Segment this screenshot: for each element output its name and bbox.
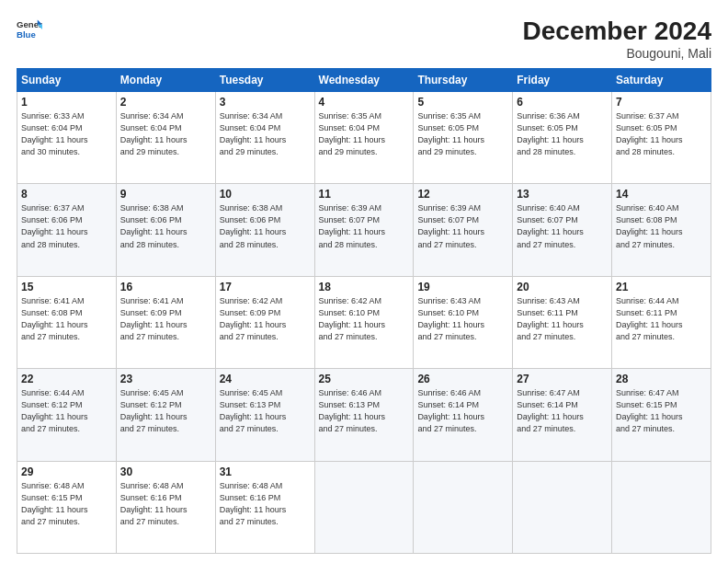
day-info: Sunrise: 6:35 AM Sunset: 6:04 PM Dayligh… — [319, 110, 410, 158]
day-info: Sunrise: 6:43 AM Sunset: 6:10 PM Dayligh… — [417, 295, 508, 343]
calendar-cell: 3Sunrise: 6:34 AM Sunset: 6:04 PM Daylig… — [215, 92, 314, 184]
day-info: Sunrise: 6:48 AM Sunset: 6:15 PM Dayligh… — [21, 480, 112, 528]
calendar-week-row: 22Sunrise: 6:44 AM Sunset: 6:12 PM Dayli… — [17, 369, 711, 461]
day-info: Sunrise: 6:34 AM Sunset: 6:04 PM Dayligh… — [220, 110, 311, 158]
day-number: 24 — [220, 373, 311, 385]
calendar-cell: 2Sunrise: 6:34 AM Sunset: 6:04 PM Daylig… — [116, 92, 215, 184]
calendar-week-row: 15Sunrise: 6:41 AM Sunset: 6:08 PM Dayli… — [17, 276, 711, 368]
calendar-cell — [612, 461, 711, 553]
day-info: Sunrise: 6:45 AM Sunset: 6:13 PM Dayligh… — [220, 387, 311, 435]
day-number: 2 — [120, 96, 211, 109]
day-info: Sunrise: 6:41 AM Sunset: 6:09 PM Dayligh… — [120, 295, 211, 343]
calendar-week-row: 8Sunrise: 6:37 AM Sunset: 6:06 PM Daylig… — [17, 184, 711, 276]
logo-icon: General Blue — [17, 17, 42, 42]
calendar-week-row: 1Sunrise: 6:33 AM Sunset: 6:04 PM Daylig… — [17, 92, 711, 184]
calendar-cell: 14Sunrise: 6:40 AM Sunset: 6:08 PM Dayli… — [612, 184, 711, 276]
day-number: 9 — [120, 188, 211, 201]
calendar-cell: 9Sunrise: 6:38 AM Sunset: 6:06 PM Daylig… — [116, 184, 215, 276]
day-number: 21 — [616, 281, 707, 293]
calendar-cell: 4Sunrise: 6:35 AM Sunset: 6:04 PM Daylig… — [314, 92, 414, 184]
day-info: Sunrise: 6:37 AM Sunset: 6:06 PM Dayligh… — [21, 202, 112, 250]
calendar-cell: 24Sunrise: 6:45 AM Sunset: 6:13 PM Dayli… — [215, 369, 314, 461]
day-number: 14 — [616, 188, 707, 201]
weekday-header-saturday: Saturday — [612, 69, 711, 92]
day-number: 7 — [616, 96, 707, 109]
day-number: 3 — [220, 96, 311, 109]
day-number: 12 — [417, 188, 508, 201]
day-number: 20 — [517, 281, 608, 293]
calendar-cell: 22Sunrise: 6:44 AM Sunset: 6:12 PM Dayli… — [17, 369, 117, 461]
day-info: Sunrise: 6:46 AM Sunset: 6:13 PM Dayligh… — [319, 387, 410, 435]
weekday-header-thursday: Thursday — [414, 69, 513, 92]
day-info: Sunrise: 6:38 AM Sunset: 6:06 PM Dayligh… — [120, 202, 211, 250]
day-info: Sunrise: 6:40 AM Sunset: 6:08 PM Dayligh… — [616, 202, 707, 250]
calendar-cell: 19Sunrise: 6:43 AM Sunset: 6:10 PM Dayli… — [414, 276, 513, 368]
weekday-header-row: SundayMondayTuesdayWednesdayThursdayFrid… — [17, 69, 711, 92]
day-number: 25 — [319, 373, 410, 385]
calendar-cell: 25Sunrise: 6:46 AM Sunset: 6:13 PM Dayli… — [314, 369, 414, 461]
calendar-cell: 28Sunrise: 6:47 AM Sunset: 6:15 PM Dayli… — [612, 369, 711, 461]
day-number: 6 — [517, 96, 608, 109]
day-info: Sunrise: 6:43 AM Sunset: 6:11 PM Dayligh… — [517, 295, 608, 343]
location: Bougouni, Mali — [523, 46, 711, 61]
page: General Blue December 2024 Bougouni, Mal… — [0, 0, 728, 563]
calendar-cell: 15Sunrise: 6:41 AM Sunset: 6:08 PM Dayli… — [17, 276, 117, 368]
day-number: 30 — [120, 465, 211, 478]
day-number: 1 — [21, 96, 112, 109]
day-info: Sunrise: 6:39 AM Sunset: 6:07 PM Dayligh… — [319, 202, 410, 250]
calendar-week-row: 29Sunrise: 6:48 AM Sunset: 6:15 PM Dayli… — [17, 461, 711, 553]
day-info: Sunrise: 6:48 AM Sunset: 6:16 PM Dayligh… — [220, 480, 311, 528]
calendar-cell: 18Sunrise: 6:42 AM Sunset: 6:10 PM Dayli… — [314, 276, 414, 368]
day-number: 11 — [319, 188, 410, 201]
weekday-header-monday: Monday — [116, 69, 215, 92]
day-number: 28 — [616, 373, 707, 385]
day-info: Sunrise: 6:47 AM Sunset: 6:15 PM Dayligh… — [616, 387, 707, 435]
calendar-cell — [314, 461, 414, 553]
day-number: 22 — [21, 373, 112, 385]
weekday-header-sunday: Sunday — [17, 69, 117, 92]
logo: General Blue — [17, 17, 42, 42]
header: General Blue December 2024 Bougouni, Mal… — [17, 17, 711, 61]
day-number: 26 — [417, 373, 508, 385]
day-info: Sunrise: 6:38 AM Sunset: 6:06 PM Dayligh… — [220, 202, 311, 250]
day-info: Sunrise: 6:36 AM Sunset: 6:05 PM Dayligh… — [517, 110, 608, 158]
calendar-cell: 26Sunrise: 6:46 AM Sunset: 6:14 PM Dayli… — [414, 369, 513, 461]
day-info: Sunrise: 6:48 AM Sunset: 6:16 PM Dayligh… — [120, 480, 211, 528]
day-number: 16 — [120, 281, 211, 293]
calendar-cell: 13Sunrise: 6:40 AM Sunset: 6:07 PM Dayli… — [513, 184, 612, 276]
day-info: Sunrise: 6:34 AM Sunset: 6:04 PM Dayligh… — [120, 110, 211, 158]
calendar-cell: 12Sunrise: 6:39 AM Sunset: 6:07 PM Dayli… — [414, 184, 513, 276]
weekday-header-tuesday: Tuesday — [215, 69, 314, 92]
day-number: 5 — [417, 96, 508, 109]
day-number: 29 — [21, 465, 112, 478]
calendar-cell: 29Sunrise: 6:48 AM Sunset: 6:15 PM Dayli… — [17, 461, 117, 553]
day-info: Sunrise: 6:40 AM Sunset: 6:07 PM Dayligh… — [517, 202, 608, 250]
day-info: Sunrise: 6:39 AM Sunset: 6:07 PM Dayligh… — [417, 202, 508, 250]
month-title: December 2024 — [523, 17, 711, 46]
calendar-cell: 21Sunrise: 6:44 AM Sunset: 6:11 PM Dayli… — [612, 276, 711, 368]
calendar-cell: 17Sunrise: 6:42 AM Sunset: 6:09 PM Dayli… — [215, 276, 314, 368]
day-number: 17 — [220, 281, 311, 293]
calendar-cell: 27Sunrise: 6:47 AM Sunset: 6:14 PM Dayli… — [513, 369, 612, 461]
day-info: Sunrise: 6:44 AM Sunset: 6:12 PM Dayligh… — [21, 387, 112, 435]
calendar-cell: 23Sunrise: 6:45 AM Sunset: 6:12 PM Dayli… — [116, 369, 215, 461]
day-number: 13 — [517, 188, 608, 201]
weekday-header-wednesday: Wednesday — [314, 69, 414, 92]
day-number: 27 — [517, 373, 608, 385]
day-number: 10 — [220, 188, 311, 201]
day-info: Sunrise: 6:41 AM Sunset: 6:08 PM Dayligh… — [21, 295, 112, 343]
calendar-cell — [513, 461, 612, 553]
title-block: December 2024 Bougouni, Mali — [523, 17, 711, 61]
day-number: 31 — [220, 465, 311, 478]
day-number: 4 — [319, 96, 410, 109]
day-info: Sunrise: 6:44 AM Sunset: 6:11 PM Dayligh… — [616, 295, 707, 343]
day-number: 19 — [417, 281, 508, 293]
day-info: Sunrise: 6:33 AM Sunset: 6:04 PM Dayligh… — [21, 110, 112, 158]
day-info: Sunrise: 6:46 AM Sunset: 6:14 PM Dayligh… — [417, 387, 508, 435]
day-number: 18 — [319, 281, 410, 293]
day-info: Sunrise: 6:42 AM Sunset: 6:10 PM Dayligh… — [319, 295, 410, 343]
calendar-cell: 5Sunrise: 6:35 AM Sunset: 6:05 PM Daylig… — [414, 92, 513, 184]
calendar-cell: 30Sunrise: 6:48 AM Sunset: 6:16 PM Dayli… — [116, 461, 215, 553]
calendar-cell: 6Sunrise: 6:36 AM Sunset: 6:05 PM Daylig… — [513, 92, 612, 184]
calendar-cell: 11Sunrise: 6:39 AM Sunset: 6:07 PM Dayli… — [314, 184, 414, 276]
